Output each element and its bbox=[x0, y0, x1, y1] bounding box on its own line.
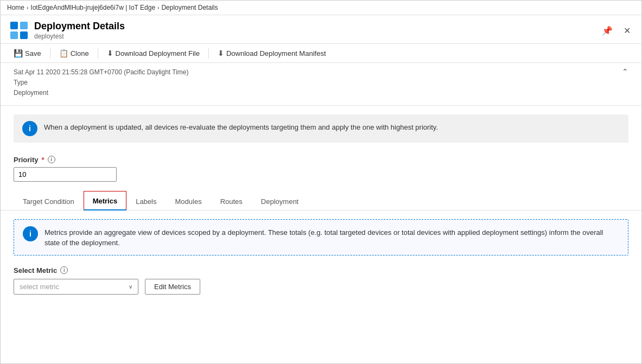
close-button[interactable]: ✕ bbox=[621, 24, 633, 37]
top-section-info: Sat Apr 11 2020 21:55:28 GMT+0700 (Pacif… bbox=[14, 67, 628, 99]
select-metric-info-icon[interactable]: i bbox=[60, 266, 68, 274]
tab-labels[interactable]: Labels bbox=[126, 191, 166, 210]
save-button[interactable]: 💾 Save bbox=[9, 46, 46, 60]
tab-deployment[interactable]: Deployment bbox=[252, 191, 308, 210]
info-banner-icon: i bbox=[22, 121, 37, 136]
svg-rect-1 bbox=[20, 22, 28, 29]
title-bar: Deployment Details deploytest 📌 ✕ bbox=[1, 15, 641, 44]
save-label: Save bbox=[25, 49, 41, 58]
tab-metrics[interactable]: Metrics bbox=[84, 191, 127, 210]
info-banner-text: When a deployment is updated, all device… bbox=[44, 121, 438, 133]
priority-input[interactable] bbox=[14, 167, 117, 182]
chevron-down-icon: ∨ bbox=[129, 284, 132, 290]
select-metric-section: Select Metric i select metric ∨ Edit Met… bbox=[14, 266, 628, 295]
page-title: Deployment Details bbox=[34, 21, 600, 33]
download-manifest-label: Download Deployment Manifest bbox=[226, 49, 326, 58]
page-subtitle: deploytest bbox=[34, 33, 600, 40]
priority-label: Priority * i bbox=[14, 156, 628, 164]
tab-target-condition[interactable]: Target Condition bbox=[14, 191, 84, 210]
metrics-info-text: Metrics provide an aggregate view of dev… bbox=[45, 226, 619, 248]
toolbar-sep-1 bbox=[50, 48, 50, 59]
clone-button[interactable]: 📋 Clone bbox=[55, 46, 93, 60]
metric-dropdown[interactable]: select metric ∨ bbox=[14, 279, 138, 295]
edit-metrics-button[interactable]: Edit Metrics bbox=[145, 279, 200, 295]
priority-info-icon[interactable]: i bbox=[48, 156, 55, 163]
content-area: Sat Apr 11 2020 21:55:28 GMT+0700 (Pacif… bbox=[1, 63, 641, 363]
breadcrumb-home[interactable]: Home bbox=[7, 4, 24, 11]
top-section: Sat Apr 11 2020 21:55:28 GMT+0700 (Pacif… bbox=[1, 63, 641, 106]
clone-label: Clone bbox=[71, 49, 89, 58]
svg-rect-3 bbox=[20, 31, 28, 39]
download-manifest-icon: ⬇ bbox=[218, 49, 224, 58]
tab-routes[interactable]: Routes bbox=[211, 191, 252, 210]
priority-section: Priority * i bbox=[1, 151, 641, 190]
metrics-info-letter: i bbox=[29, 229, 31, 238]
collapse-button[interactable]: ⌃ bbox=[622, 67, 628, 76]
metric-dropdown-placeholder: select metric bbox=[20, 283, 59, 291]
date-text: Sat Apr 11 2020 21:55:28 GMT+0700 (Pacif… bbox=[14, 67, 628, 78]
breadcrumb-bar: Home › IotEdgeAndMlHub-jrujej6de6i7w | I… bbox=[1, 1, 641, 15]
metrics-info-banner: i Metrics provide an aggregate view of d… bbox=[14, 219, 628, 256]
pin-button[interactable]: 📌 bbox=[600, 24, 615, 37]
app-icon bbox=[9, 21, 29, 40]
info-banner-grey: i When a deployment is updated, all devi… bbox=[14, 114, 628, 143]
toolbar: 💾 Save 📋 Clone ⬇ Download Deployment Fil… bbox=[1, 44, 641, 63]
svg-rect-0 bbox=[10, 22, 18, 29]
toolbar-sep-2 bbox=[98, 48, 98, 59]
type-value: Deployment bbox=[14, 88, 628, 98]
svg-rect-2 bbox=[10, 31, 18, 39]
download-file-icon: ⬇ bbox=[107, 49, 113, 58]
title-actions: 📌 ✕ bbox=[600, 24, 633, 37]
toolbar-sep-3 bbox=[208, 48, 209, 59]
main-window: Home › IotEdgeAndMlHub-jrujej6de6i7w | I… bbox=[0, 0, 642, 364]
clone-icon: 📋 bbox=[59, 49, 68, 58]
metrics-tab-content: i Metrics provide an aggregate view of d… bbox=[1, 210, 641, 363]
title-text: Deployment Details deploytest bbox=[34, 21, 600, 40]
tabs-bar: Target Condition Metrics Labels Modules … bbox=[1, 190, 641, 210]
select-metric-label-text: Select Metric bbox=[14, 266, 57, 274]
type-label: Type bbox=[14, 78, 628, 88]
priority-label-text: Priority bbox=[14, 156, 39, 164]
metrics-info-icon: i bbox=[23, 226, 38, 241]
info-letter: i bbox=[29, 124, 31, 133]
tab-modules[interactable]: Modules bbox=[166, 191, 211, 210]
select-metric-row: select metric ∨ Edit Metrics bbox=[14, 279, 628, 295]
required-indicator: * bbox=[42, 156, 45, 164]
download-file-label: Download Deployment File bbox=[116, 49, 200, 58]
save-icon: 💾 bbox=[14, 49, 23, 58]
breadcrumb-current: Deployment Details bbox=[161, 4, 218, 11]
breadcrumb-sep-1: › bbox=[27, 5, 28, 11]
breadcrumb-hub[interactable]: IotEdgeAndMlHub-jrujej6de6i7w | IoT Edge bbox=[30, 4, 155, 11]
download-deployment-manifest-button[interactable]: ⬇ Download Deployment Manifest bbox=[213, 46, 330, 60]
breadcrumb-sep-2: › bbox=[157, 5, 159, 11]
select-metric-label: Select Metric i bbox=[14, 266, 628, 274]
download-deployment-file-button[interactable]: ⬇ Download Deployment File bbox=[103, 46, 204, 60]
